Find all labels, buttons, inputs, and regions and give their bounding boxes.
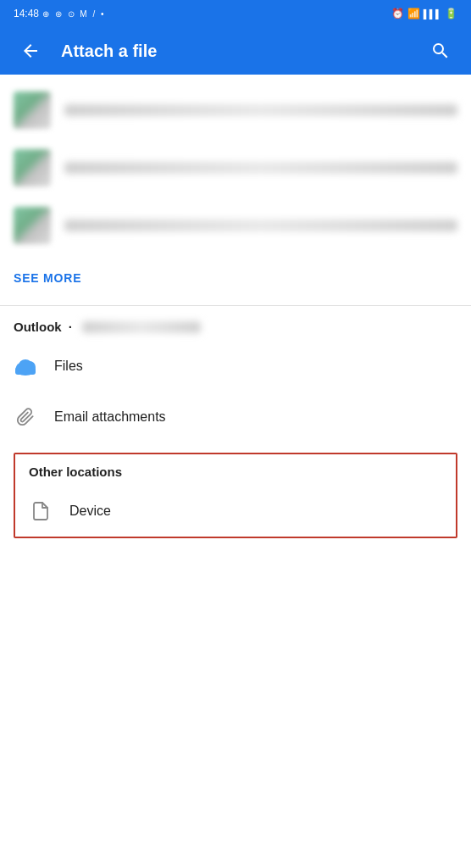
file-name-blurred bbox=[64, 220, 457, 231]
other-locations-box: Other locations Device bbox=[14, 453, 457, 538]
recent-files-list bbox=[0, 75, 471, 261]
battery-icon: 🔋 bbox=[445, 8, 457, 19]
signal-icon: ▌▌▌ bbox=[424, 9, 441, 19]
page-title: Attach a file bbox=[61, 42, 424, 61]
list-item[interactable] bbox=[14, 197, 457, 254]
see-more-button[interactable]: SEE MORE bbox=[14, 268, 81, 288]
main-content: SEE MORE Outlook · Files Email attachmen… bbox=[0, 75, 471, 538]
other-locations-title: Other locations bbox=[15, 465, 456, 486]
app-bar: Attach a file bbox=[0, 27, 471, 75]
status-bar: 14:48 ⊕ ⊛ ⊙ M / • ⏰ 📶 ▌▌▌ 🔋 bbox=[0, 0, 471, 27]
device-label: Device bbox=[69, 504, 111, 519]
outlook-title: Outlook bbox=[14, 320, 62, 334]
search-button[interactable] bbox=[424, 34, 457, 68]
file-thumbnail bbox=[14, 149, 51, 186]
email-attachments-menu-item[interactable]: Email attachments bbox=[0, 392, 471, 442]
svg-rect-4 bbox=[15, 369, 36, 375]
files-menu-item[interactable]: Files bbox=[0, 341, 471, 392]
outlook-dot: · bbox=[69, 320, 72, 334]
status-icons-left: ⊕ ⊛ ⊙ M / • bbox=[42, 9, 106, 19]
outlook-account-blurred bbox=[82, 321, 201, 333]
cloud-icon bbox=[14, 354, 37, 378]
file-thumbnail bbox=[14, 92, 51, 129]
list-item[interactable] bbox=[14, 81, 457, 139]
alarm-icon: ⏰ bbox=[391, 8, 404, 19]
outlook-section-header: Outlook · bbox=[0, 306, 471, 341]
file-name-blurred bbox=[64, 162, 457, 174]
document-icon bbox=[29, 499, 53, 523]
file-name-blurred bbox=[64, 104, 457, 116]
device-menu-item[interactable]: Device bbox=[15, 486, 456, 537]
status-icons-right: ⏰ 📶 ▌▌▌ 🔋 bbox=[391, 8, 457, 19]
back-button[interactable] bbox=[14, 34, 47, 68]
wifi-icon: 📶 bbox=[407, 8, 420, 19]
see-more-row: SEE MORE bbox=[0, 261, 471, 305]
paperclip-icon bbox=[14, 405, 37, 429]
clock-display: 14:48 bbox=[14, 8, 39, 19]
file-thumbnail bbox=[14, 207, 51, 244]
status-time: 14:48 ⊕ ⊛ ⊙ M / • bbox=[14, 8, 106, 19]
files-label: Files bbox=[54, 359, 83, 374]
list-item[interactable] bbox=[14, 139, 457, 197]
email-attachments-label: Email attachments bbox=[54, 409, 166, 425]
